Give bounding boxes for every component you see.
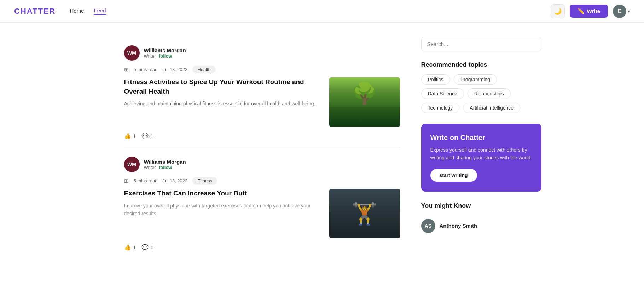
chevron-down-icon: ▾ bbox=[628, 9, 630, 14]
follow-link[interactable]: follow bbox=[159, 53, 172, 59]
main-layout: WM Williams Morgan Writer follow ⊞ 5 min… bbox=[75, 23, 570, 259]
recommended-topics-section: Recommended topics Politics Programming … bbox=[421, 61, 541, 113]
article-title[interactable]: Fitness Activities to Spice Up Your Work… bbox=[124, 77, 322, 96]
header: CHATTER Home Feed 🌙 ✏️ Write E ▾ bbox=[0, 0, 644, 23]
like-action[interactable]: 👍 1 bbox=[124, 244, 136, 251]
comment-icon: 💬 bbox=[141, 244, 149, 251]
author-name: Williams Morgan bbox=[144, 159, 186, 165]
article-card: WM Williams Morgan Writer follow ⊞ 5 min… bbox=[124, 148, 400, 259]
write-cta-title: Write on Chatter bbox=[430, 134, 532, 142]
article-image bbox=[329, 189, 400, 238]
like-count: 1 bbox=[133, 133, 136, 139]
avatar: WM bbox=[124, 157, 140, 172]
write-label: Write bbox=[587, 8, 600, 14]
nav-feed[interactable]: Feed bbox=[94, 7, 106, 15]
author-sub: Writer follow bbox=[144, 165, 186, 170]
header-right: 🌙 ✏️ Write E ▾ bbox=[551, 4, 630, 18]
topic-chip[interactable]: Politics bbox=[421, 74, 450, 85]
nav-home[interactable]: Home bbox=[70, 8, 84, 14]
comment-action[interactable]: 💬 0 bbox=[141, 244, 153, 251]
comment-action[interactable]: 💬 1 bbox=[141, 133, 153, 139]
like-action[interactable]: 👍 1 bbox=[124, 133, 136, 139]
date: Jul 13, 2023 bbox=[162, 67, 187, 72]
thumbs-up-icon: 👍 bbox=[124, 133, 131, 139]
author-sub: Writer follow bbox=[144, 53, 186, 59]
topic-chip[interactable]: Artificial Intelligence bbox=[463, 103, 520, 113]
avatar: WM bbox=[124, 45, 140, 61]
book-icon: ⊞ bbox=[124, 66, 129, 73]
comment-icon: 💬 bbox=[141, 133, 149, 139]
follow-link[interactable]: follow bbox=[159, 165, 172, 170]
avatar[interactable]: E bbox=[613, 5, 626, 18]
pencil-icon: ✏️ bbox=[578, 8, 585, 14]
user-menu[interactable]: E ▾ bbox=[613, 5, 630, 18]
you-might-know-section: You might Know AS Anthony Smith bbox=[421, 202, 541, 236]
read-time: 5 mins read bbox=[134, 67, 158, 72]
know-name: Anthony Smith bbox=[440, 223, 477, 229]
topics-grid: Politics Programming Data Science Relati… bbox=[421, 74, 541, 113]
sidebar: Recommended topics Politics Programming … bbox=[421, 37, 541, 259]
article-card: WM Williams Morgan Writer follow ⊞ 5 min… bbox=[124, 37, 400, 148]
logo: CHATTER bbox=[14, 7, 56, 16]
author-info: Williams Morgan Writer follow bbox=[144, 159, 186, 170]
write-cta-description: Express yourself and connect with others… bbox=[430, 146, 532, 162]
author-row: WM Williams Morgan Writer follow bbox=[124, 157, 400, 172]
author-role: Writer bbox=[144, 53, 156, 59]
topic-chip[interactable]: Relationships bbox=[468, 88, 511, 99]
topic-chip[interactable]: Data Science bbox=[421, 88, 464, 99]
avatar: AS bbox=[421, 219, 435, 233]
article-excerpt: Achieving and maintaining physical fitne… bbox=[124, 100, 322, 107]
topic-chip[interactable]: Programming bbox=[454, 74, 497, 85]
author-row: WM Williams Morgan Writer follow bbox=[124, 45, 400, 61]
article-thumbnail bbox=[329, 77, 400, 127]
write-cta-card: Write on Chatter Express yourself and co… bbox=[421, 124, 541, 192]
comment-count: 1 bbox=[151, 133, 153, 139]
know-item: AS Anthony Smith bbox=[421, 215, 541, 236]
feed-column: WM Williams Morgan Writer follow ⊞ 5 min… bbox=[124, 37, 400, 259]
article-content: Exercises That Can Increase Your Butt Im… bbox=[124, 189, 400, 238]
author-role: Writer bbox=[144, 165, 156, 170]
article-meta: ⊞ 5 mins read Jul 13, 2023 Fitness bbox=[124, 177, 400, 185]
date: Jul 13, 2023 bbox=[162, 178, 187, 183]
thumbs-up-icon: 👍 bbox=[124, 244, 131, 251]
start-writing-button[interactable]: start writing bbox=[430, 169, 477, 182]
main-nav: Home Feed bbox=[70, 7, 106, 15]
article-content: Fitness Activities to Spice Up Your Work… bbox=[124, 77, 400, 127]
write-button[interactable]: ✏️ Write bbox=[570, 5, 608, 18]
article-text: Exercises That Can Increase Your Butt Im… bbox=[124, 189, 322, 217]
dark-mode-button[interactable]: 🌙 bbox=[551, 4, 565, 18]
moon-icon: 🌙 bbox=[554, 7, 562, 15]
you-might-know-title: You might Know bbox=[421, 202, 541, 210]
article-excerpt: Improve your overall physique with targe… bbox=[124, 202, 322, 218]
like-count: 1 bbox=[133, 245, 136, 250]
read-time: 5 mins read bbox=[134, 178, 158, 183]
article-title[interactable]: Exercises That Can Increase Your Butt bbox=[124, 189, 322, 198]
article-image bbox=[329, 77, 400, 127]
article-text: Fitness Activities to Spice Up Your Work… bbox=[124, 77, 322, 108]
search-input[interactable] bbox=[421, 37, 541, 51]
author-name: Williams Morgan bbox=[144, 47, 186, 53]
topic-chip[interactable]: Technology bbox=[421, 103, 460, 113]
book-icon: ⊞ bbox=[124, 178, 129, 184]
article-meta: ⊞ 5 mins read Jul 13, 2023 Health bbox=[124, 66, 400, 73]
article-actions: 👍 1 💬 1 bbox=[124, 133, 400, 139]
tag-badge[interactable]: Fitness bbox=[192, 177, 217, 185]
article-actions: 👍 1 💬 0 bbox=[124, 244, 400, 251]
tag-badge[interactable]: Health bbox=[192, 66, 216, 73]
article-thumbnail bbox=[329, 189, 400, 238]
comment-count: 0 bbox=[151, 245, 153, 250]
author-info: Williams Morgan Writer follow bbox=[144, 47, 186, 59]
recommended-topics-title: Recommended topics bbox=[421, 61, 541, 69]
